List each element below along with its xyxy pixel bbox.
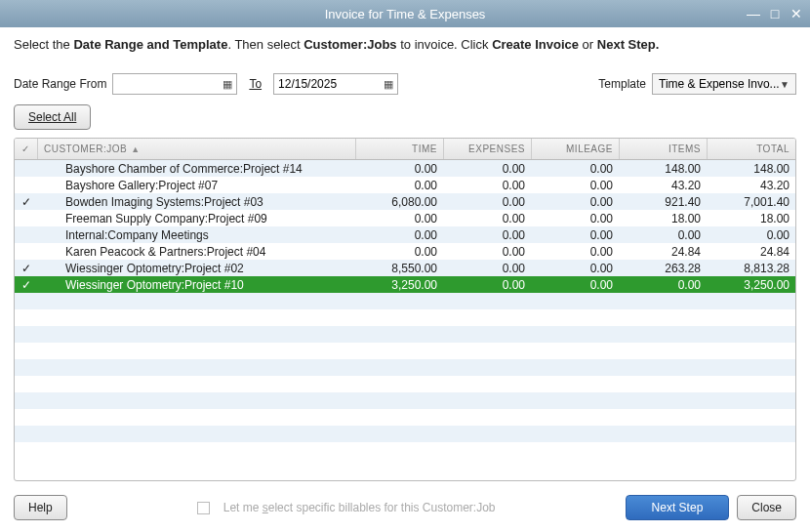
table-row	[15, 343, 795, 359]
cell-mileage	[532, 426, 620, 442]
cell-expenses	[444, 326, 532, 343]
cell-check: ✓	[15, 193, 38, 210]
cell-expenses	[444, 426, 532, 442]
cell-mileage	[532, 359, 620, 376]
table-header: ✓ CUSTOMER:JOB ▲ TIME EXPENSES MILEAGE I…	[15, 139, 795, 160]
table-row	[15, 442, 795, 459]
cell-customer: Freeman Supply Company:Project #09	[38, 210, 356, 226]
cell-total: 7,001.40	[708, 193, 795, 210]
cell-customer	[38, 343, 356, 359]
cell-customer	[38, 326, 356, 343]
cell-mileage	[532, 376, 620, 392]
cell-mileage	[532, 409, 620, 426]
cell-items: 921.40	[620, 193, 708, 210]
maximize-icon[interactable]: □	[767, 6, 783, 21]
cell-expenses	[444, 409, 532, 426]
cell-expenses: 0.00	[444, 226, 532, 243]
table-row	[15, 409, 795, 426]
col-total[interactable]: TOTAL	[708, 139, 795, 159]
col-check[interactable]: ✓	[15, 139, 38, 159]
cell-total: 18.00	[708, 210, 795, 226]
cell-check	[15, 177, 38, 193]
table-row[interactable]: Bayshore Gallery:Project #070.000.000.00…	[15, 177, 795, 193]
col-expenses[interactable]: EXPENSES	[444, 139, 532, 159]
help-button[interactable]: Help	[14, 495, 67, 520]
table-row[interactable]: ✓Wiessinger Optometry:Project #103,250.0…	[15, 276, 795, 293]
cell-check	[15, 160, 38, 177]
cell-customer: Bayshore Chamber of Commerce:Project #14	[38, 160, 356, 177]
col-mileage[interactable]: MILEAGE	[532, 139, 620, 159]
instruction-bold: Customer:Jobs	[304, 37, 396, 52]
template-value: Time & Expense Invo...	[659, 77, 780, 91]
next-step-label: Next Step	[652, 501, 704, 514]
checkmark-icon: ✓	[21, 262, 31, 275]
cell-expenses	[444, 442, 532, 459]
calendar-icon[interactable]: ▦	[223, 78, 232, 91]
cell-total	[708, 293, 795, 309]
template-label: Template	[598, 77, 646, 91]
window: Invoice for Time & Expenses — □ ✕ Select…	[0, 0, 810, 532]
table-row[interactable]: Karen Peacock & Partners:Project #040.00…	[15, 243, 795, 260]
cell-expenses: 0.00	[444, 160, 532, 177]
cell-total	[708, 442, 795, 459]
checkmark-icon: ✓	[21, 278, 31, 292]
cell-expenses	[444, 293, 532, 309]
instruction-bold: Create Invoice	[492, 37, 579, 52]
cell-customer	[38, 409, 356, 426]
close-icon[interactable]: ✕	[789, 6, 804, 21]
next-step-button[interactable]: Next Step	[626, 495, 730, 520]
cell-mileage	[532, 343, 620, 359]
select-all-button[interactable]: Select All	[14, 104, 91, 130]
table-row	[15, 376, 795, 392]
cell-check: ✓	[15, 260, 38, 276]
cell-items: 263.28	[620, 260, 708, 276]
minimize-icon[interactable]: —	[746, 6, 761, 21]
billables-label: Let me select specific billables for thi…	[223, 501, 496, 514]
help-label: Help	[28, 501, 53, 514]
cell-check	[15, 293, 38, 309]
template-select[interactable]: Time & Expense Invo... ▼	[652, 73, 796, 95]
cell-mileage: 0.00	[532, 226, 620, 243]
cell-check	[15, 309, 38, 326]
date-from-label: Date Range From	[14, 77, 106, 91]
date-to-label: To	[249, 77, 262, 91]
close-button[interactable]: Close	[737, 495, 796, 520]
col-customer[interactable]: CUSTOMER:JOB ▲	[38, 139, 356, 159]
col-time[interactable]: TIME	[356, 139, 444, 159]
cell-customer	[38, 442, 356, 459]
cell-expenses: 0.00	[444, 193, 532, 210]
cell-items	[620, 326, 708, 343]
cell-items: 148.00	[620, 160, 708, 177]
content-area: Select the Date Range and Template. Then…	[0, 27, 810, 532]
titlebar-buttons: — □ ✕	[746, 0, 804, 27]
cell-items: 18.00	[620, 210, 708, 226]
table-row[interactable]: Internal:Company Meetings0.000.000.000.0…	[15, 226, 795, 243]
cell-time	[356, 426, 444, 442]
cell-total	[708, 392, 795, 409]
cell-customer: Karen Peacock & Partners:Project #04	[38, 243, 356, 260]
table-row[interactable]: Bayshore Chamber of Commerce:Project #14…	[15, 160, 795, 177]
date-from-input[interactable]: ▦	[112, 73, 237, 95]
cell-total: 0.00	[708, 226, 795, 243]
table-row	[15, 359, 795, 376]
cell-items: 0.00	[620, 276, 708, 293]
cell-mileage: 0.00	[532, 177, 620, 193]
table-row[interactable]: ✓Wiessinger Optometry:Project #028,550.0…	[15, 260, 795, 276]
cell-customer	[38, 426, 356, 442]
cell-time: 3,250.00	[356, 276, 444, 293]
table-row	[15, 326, 795, 343]
calendar-icon[interactable]: ▦	[384, 78, 393, 91]
cell-check: ✓	[15, 276, 38, 293]
cell-customer: Wiessinger Optometry:Project #02	[38, 260, 356, 276]
col-items[interactable]: ITEMS	[620, 139, 708, 159]
select-all-row: Select All	[14, 104, 796, 130]
table-row[interactable]: Freeman Supply Company:Project #090.000.…	[15, 210, 795, 226]
cell-time: 0.00	[356, 243, 444, 260]
col-customer-label: CUSTOMER:JOB	[44, 143, 127, 154]
cell-check	[15, 226, 38, 243]
cell-customer	[38, 293, 356, 309]
date-to-input[interactable]: 12/15/2025 ▦	[273, 73, 398, 95]
cell-check	[15, 343, 38, 359]
table-row[interactable]: ✓Bowden Imaging Systems:Project #036,080…	[15, 193, 795, 210]
cell-mileage: 0.00	[532, 193, 620, 210]
